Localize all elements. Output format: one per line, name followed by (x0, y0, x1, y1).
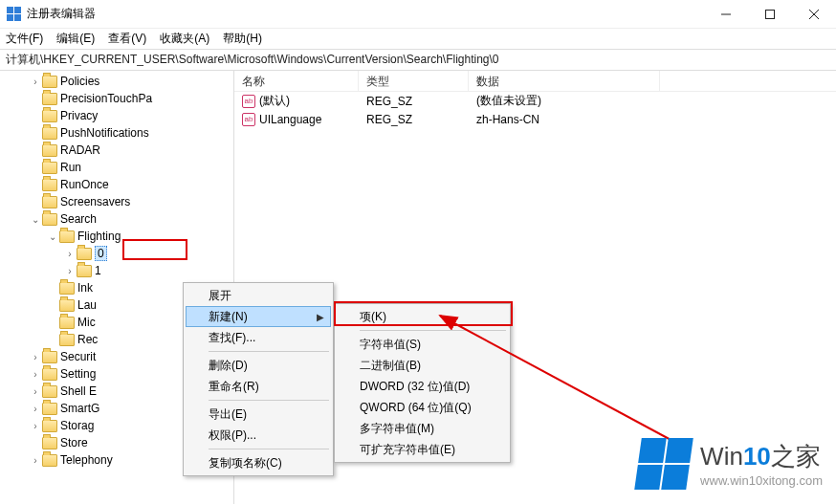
folder-icon (42, 454, 57, 467)
tree-item[interactable]: PrecisionTouchPa (0, 90, 233, 107)
value-data: (数值未设置) (469, 93, 660, 109)
address-path: 计算机\HKEY_CURRENT_USER\Software\Microsoft… (6, 52, 499, 68)
menu-separator (209, 449, 329, 449)
chevron-right-icon[interactable]: › (29, 386, 42, 397)
ctx-new[interactable]: 新建(N)▶ (186, 306, 331, 327)
folder-icon (77, 248, 92, 260)
tree-item-label: PushNotifications (60, 126, 149, 140)
tree-item[interactable]: ›Policies (0, 73, 233, 90)
col-header-data[interactable]: 数据 (469, 71, 660, 91)
tree-item[interactable]: ›1 (0, 262, 233, 279)
tree-item[interactable]: ⌄Flighting (0, 228, 233, 245)
svg-rect-1 (766, 10, 775, 18)
col-header-name[interactable]: 名称 (234, 71, 359, 91)
chevron-right-icon[interactable]: › (29, 352, 42, 362)
chevron-right-icon[interactable]: › (29, 369, 42, 380)
minimize-button[interactable] (704, 0, 748, 28)
folder-icon (59, 282, 75, 295)
chevron-right-icon[interactable]: › (29, 455, 42, 466)
list-header: 名称 类型 数据 (234, 71, 836, 92)
tree-item-label: Flighting (77, 230, 121, 243)
tree-item-label: Policies (60, 75, 99, 88)
tree-item[interactable]: Run (0, 159, 233, 176)
folder-icon (42, 127, 57, 140)
tree-item[interactable]: ⌄Search (0, 210, 233, 228)
chevron-down-icon[interactable]: ⌄ (46, 231, 59, 242)
tree-item-label: 1 (95, 264, 101, 277)
ctx-new-multistring[interactable]: 多字符串值(M) (337, 418, 508, 439)
tree-item-label: Run (60, 161, 81, 174)
tree-item[interactable]: ›0 (0, 245, 233, 262)
tree-item-label: Lau (77, 298, 97, 312)
list-row[interactable]: ab(默认) REG_SZ (数值未设置) (234, 92, 836, 110)
tree-item[interactable]: RADAR (0, 142, 233, 159)
ctx-new-string[interactable]: 字符串值(S) (337, 334, 508, 355)
list-row[interactable]: abUILanguage REG_SZ zh-Hans-CN (234, 110, 836, 128)
menu-favorites[interactable]: 收藏夹(A) (160, 31, 209, 47)
tree-item-label: Shell E (60, 384, 97, 398)
value-type: REG_SZ (359, 113, 469, 126)
folder-icon (59, 230, 75, 243)
value-type: REG_SZ (359, 95, 469, 108)
tree-item-label: SmartG (60, 402, 99, 415)
ctx-export[interactable]: 导出(E) (186, 404, 331, 425)
ctx-find[interactable]: 查找(F)... (186, 327, 331, 348)
tree-item-label: Mic (77, 316, 96, 329)
ctx-rename[interactable]: 重命名(R) (186, 376, 331, 397)
chevron-down-icon[interactable]: ⌄ (29, 214, 42, 225)
ctx-delete[interactable]: 删除(D) (186, 355, 331, 376)
folder-icon (42, 213, 57, 226)
folder-icon (42, 403, 57, 415)
col-header-type[interactable]: 类型 (359, 71, 469, 91)
value-data: zh-Hans-CN (469, 113, 660, 126)
folder-icon (59, 299, 75, 312)
tree-item-label: Storag (60, 419, 94, 432)
submenu-arrow-icon: ▶ (317, 312, 324, 322)
window-title: 注册表编辑器 (27, 6, 704, 22)
tree-item-label: Store (60, 436, 88, 449)
ctx-new-dword[interactable]: DWORD (32 位)值(D) (337, 376, 508, 397)
tree-item[interactable]: PushNotifications (0, 124, 233, 142)
tree-item[interactable]: Privacy (0, 107, 233, 124)
menu-edit[interactable]: 编辑(E) (56, 31, 95, 47)
string-value-icon: ab (242, 113, 255, 126)
tree-item[interactable]: Screensavers (0, 193, 233, 210)
value-name: (默认) (259, 93, 290, 109)
folder-icon (42, 437, 57, 449)
tree-item-label: Rec (77, 333, 98, 346)
menu-help[interactable]: 帮助(H) (223, 31, 262, 47)
address-bar[interactable]: 计算机\HKEY_CURRENT_USER\Software\Microsoft… (0, 50, 836, 71)
title-bar: 注册表编辑器 (0, 0, 836, 29)
tree-item[interactable]: RunOnce (0, 176, 233, 193)
folder-icon (42, 420, 57, 432)
chevron-right-icon[interactable]: › (29, 421, 42, 431)
context-submenu-new[interactable]: 项(K) 字符串值(S) 二进制值(B) DWORD (32 位)值(D) QW… (334, 303, 511, 463)
menu-file[interactable]: 文件(F) (6, 31, 43, 47)
chevron-right-icon[interactable]: › (29, 404, 42, 414)
maximize-button[interactable] (748, 0, 792, 28)
folder-icon (42, 351, 57, 363)
ctx-new-binary[interactable]: 二进制值(B) (337, 355, 508, 376)
watermark-url: www.win10xitong.com (700, 473, 823, 488)
ctx-expand[interactable]: 展开 (186, 285, 331, 306)
folder-icon (42, 93, 57, 105)
ctx-new-qword[interactable]: QWORD (64 位)值(Q) (337, 397, 508, 418)
ctx-new-expandstring[interactable]: 可扩充字符串值(E) (337, 439, 508, 460)
ctx-permissions[interactable]: 权限(P)... (186, 425, 331, 446)
chevron-right-icon[interactable]: › (63, 266, 77, 276)
tree-item-label: RunOnce (60, 178, 109, 191)
ctx-copy-key-name[interactable]: 复制项名称(C) (186, 452, 331, 473)
tree-item-label: 0 (95, 246, 107, 261)
chevron-right-icon[interactable]: › (63, 249, 77, 259)
chevron-right-icon[interactable]: › (29, 77, 42, 87)
menu-separator (360, 330, 506, 331)
ctx-new-key[interactable]: 项(K) (337, 306, 508, 327)
context-menu[interactable]: 展开 新建(N)▶ 查找(F)... 删除(D) 重命名(R) 导出(E) 权限… (183, 282, 334, 476)
folder-icon (42, 110, 57, 122)
tree-item-label: Ink (77, 281, 93, 295)
folder-icon (42, 368, 57, 381)
menu-view[interactable]: 查看(V) (108, 31, 146, 47)
tree-item-label: Privacy (60, 109, 98, 122)
close-button[interactable] (792, 0, 836, 28)
tree-item-label: Securit (60, 350, 96, 363)
